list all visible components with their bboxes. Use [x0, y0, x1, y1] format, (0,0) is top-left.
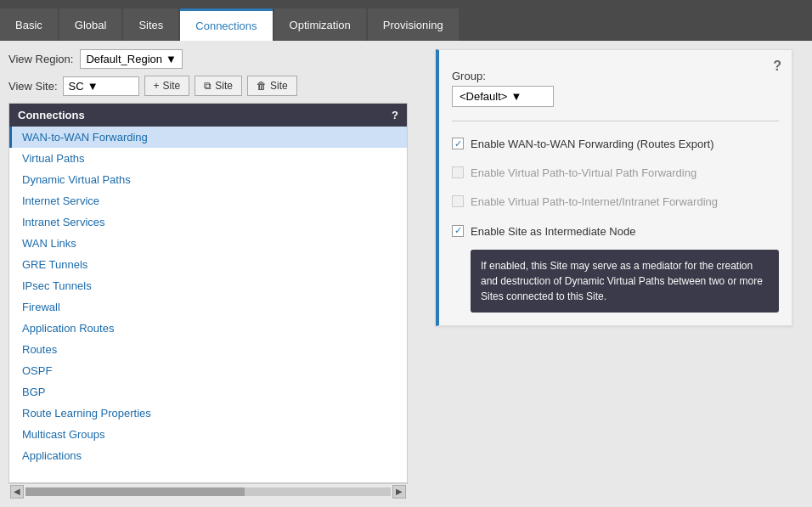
conn-item-application-routes[interactable]: Application Routes: [9, 318, 407, 339]
right-card: ? Group: <Default> ▼ Enable WAN-to-WAN F…: [436, 49, 792, 326]
checkbox-vp-internet-forwarding[interactable]: [452, 195, 464, 207]
connections-list: WAN-to-WAN Forwarding Virtual Paths Dyna…: [9, 127, 407, 482]
scroll-left-arrow[interactable]: ◀: [10, 485, 24, 499]
scroll-track[interactable]: [25, 487, 391, 496]
checkbox-intermediate-node-row: Enable Site as Intermediate Node: [452, 217, 779, 246]
view-site-label: View Site:: [8, 80, 58, 93]
group-value: <Default>: [460, 90, 507, 103]
group-select[interactable]: <Default> ▼: [452, 86, 554, 107]
group-label: Group:: [452, 70, 779, 82]
copy-site-button[interactable]: ⧉ Site: [195, 76, 242, 96]
conn-item-applications[interactable]: Applications: [9, 445, 407, 466]
conn-item-multicast-groups[interactable]: Multicast Groups: [9, 424, 407, 445]
divider-1: [452, 121, 779, 121]
top-nav: Basic Global Sites Connections Optimizat…: [0, 0, 812, 41]
conn-item-dynamic-virtual-paths[interactable]: Dynamic Virtual Paths: [9, 169, 407, 190]
tooltip-box: If enabled, this Site may serve as a med…: [471, 250, 779, 313]
checkbox-intermediate-node[interactable]: [452, 225, 464, 237]
view-region-value: Default_Region: [86, 53, 162, 65]
conn-item-ipsec-tunnels[interactable]: IPsec Tunnels: [9, 275, 407, 296]
copy-site-label: Site: [215, 80, 233, 92]
tab-global[interactable]: Global: [59, 8, 122, 41]
conn-item-wan-links[interactable]: WAN Links: [9, 233, 407, 254]
conn-item-bgp[interactable]: BGP: [9, 381, 407, 403]
tab-basic[interactable]: Basic: [0, 8, 58, 41]
scroll-right-arrow[interactable]: ▶: [392, 485, 406, 499]
conn-item-wan-forwarding[interactable]: WAN-to-WAN Forwarding: [9, 127, 407, 148]
checkbox-vp-forwarding-label: Enable Virtual Path-to-Virtual Path Forw…: [471, 166, 696, 181]
trash-icon: 🗑: [257, 80, 267, 92]
view-site-value: SC: [69, 80, 84, 93]
tab-provisioning[interactable]: Provisioning: [368, 8, 459, 41]
checkbox-wan-forwarding[interactable]: [452, 138, 464, 149]
connections-help-icon[interactable]: ?: [392, 109, 398, 121]
horizontal-scrollbar[interactable]: ◀ ▶: [8, 483, 408, 499]
conn-item-virtual-paths[interactable]: Virtual Paths: [9, 148, 407, 169]
conn-item-route-learning[interactable]: Route Learning Properties: [9, 403, 407, 424]
conn-item-internet-service[interactable]: Internet Service: [9, 190, 407, 211]
view-region-label: View Region:: [8, 53, 73, 65]
delete-site-button[interactable]: 🗑 Site: [247, 76, 297, 96]
conn-item-gre-tunnels[interactable]: GRE Tunnels: [9, 254, 407, 275]
connections-title: Connections: [18, 109, 85, 121]
checkbox-vp-internet-forwarding-label: Enable Virtual Path-to-Internet/Intranet…: [471, 194, 718, 210]
main-content: View Region: Default_Region ▼ View Site:…: [0, 41, 812, 507]
view-region-row: View Region: Default_Region ▼: [8, 49, 408, 69]
group-row: Group: <Default> ▼: [452, 70, 779, 107]
checkbox-intermediate-node-label: Enable Site as Intermediate Node: [471, 224, 635, 239]
view-site-row: View Site: SC ▼ + Site ⧉ Site 🗑 Site: [8, 76, 408, 96]
tab-optimization[interactable]: Optimization: [274, 8, 366, 41]
add-site-button[interactable]: + Site: [144, 76, 190, 96]
tab-connections[interactable]: Connections: [180, 8, 272, 41]
right-help-icon[interactable]: ?: [773, 59, 781, 74]
connections-header: Connections ?: [9, 104, 407, 127]
delete-site-label: Site: [270, 80, 288, 92]
connections-panel: Connections ? WAN-to-WAN Forwarding Virt…: [8, 103, 408, 483]
chevron-down-icon: ▼: [166, 53, 177, 65]
checkbox-vp-internet-forwarding-row: Enable Virtual Path-to-Internet/Intranet…: [452, 188, 779, 217]
chevron-down-icon: ▼: [510, 90, 522, 103]
copy-icon: ⧉: [204, 80, 211, 92]
tab-sites[interactable]: Sites: [123, 8, 178, 41]
plus-icon: +: [154, 80, 160, 92]
checkbox-wan-forwarding-label: Enable WAN-to-WAN Forwarding (Routes Exp…: [471, 137, 714, 152]
left-panel: View Region: Default_Region ▼ View Site:…: [0, 41, 416, 507]
right-panel: ? Group: <Default> ▼ Enable WAN-to-WAN F…: [416, 41, 812, 507]
scroll-thumb: [25, 487, 245, 496]
chevron-down-icon: ▼: [87, 80, 99, 93]
conn-item-firewall[interactable]: Firewall: [9, 296, 407, 318]
conn-item-ospf[interactable]: OSPF: [9, 360, 407, 381]
add-site-label: Site: [163, 80, 181, 92]
checkbox-vp-forwarding[interactable]: [452, 166, 464, 178]
conn-item-intranet-services[interactable]: Intranet Services: [9, 211, 407, 233]
view-region-select[interactable]: Default_Region ▼: [80, 49, 183, 69]
conn-item-routes[interactable]: Routes: [9, 339, 407, 360]
checkbox-vp-forwarding-row: Enable Virtual Path-to-Virtual Path Forw…: [452, 159, 779, 188]
view-site-select[interactable]: SC ▼: [63, 76, 139, 96]
checkbox-wan-forwarding-row: Enable WAN-to-WAN Forwarding (Routes Exp…: [452, 130, 779, 159]
